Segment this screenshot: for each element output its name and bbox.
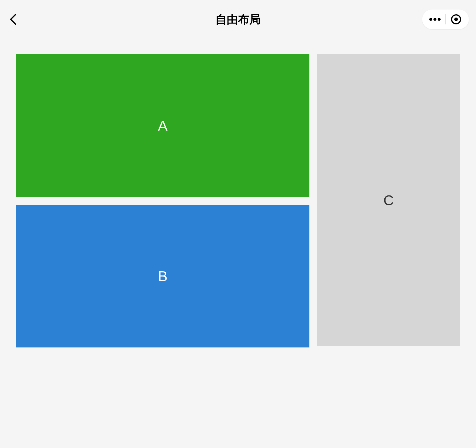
svg-point-4 — [454, 18, 458, 21]
box-c-label: C — [383, 192, 394, 209]
box-b: B — [16, 205, 309, 347]
target-button[interactable] — [446, 10, 466, 29]
svg-point-2 — [438, 18, 441, 21]
target-icon — [451, 14, 461, 25]
left-column: A B — [16, 54, 309, 347]
box-c: C — [317, 54, 460, 346]
header: 自由布局 — [0, 0, 476, 39]
back-button[interactable] — [7, 13, 19, 25]
box-a: A — [16, 54, 309, 197]
box-a-label: A — [158, 118, 167, 134]
page-title: 自由布局 — [215, 12, 261, 27]
svg-point-1 — [433, 18, 436, 21]
header-actions — [422, 10, 469, 29]
svg-point-0 — [429, 18, 432, 21]
content: A B C — [0, 39, 476, 363]
chevron-left-icon — [10, 13, 17, 25]
ellipsis-icon — [429, 18, 441, 21]
box-b-label: B — [158, 268, 167, 284]
more-button[interactable] — [425, 10, 445, 29]
